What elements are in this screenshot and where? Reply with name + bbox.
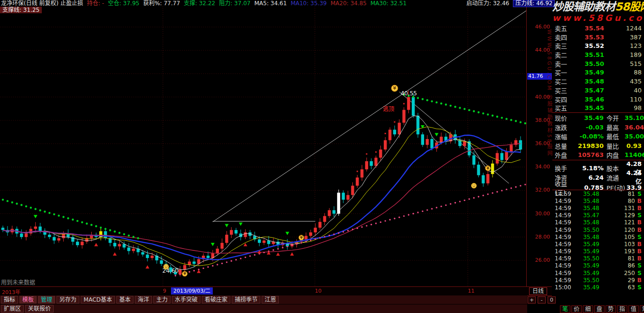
logo-url: www.58Gu.com	[552, 13, 644, 23]
svg-text:¥: ¥	[300, 236, 303, 240]
chart-header: 龙净环保(日线 前复权) 止盈止损持仓: -空仓: 37.95获利%: 77.7…	[1, 0, 559, 6]
panel-tab-价[interactable]: 价	[571, 305, 582, 313]
panel-tab-指[interactable]: 指	[617, 305, 627, 313]
tick-row: 14:5935.47129S	[552, 212, 644, 219]
toolbar-tab-5[interactable]: 基本	[116, 296, 133, 304]
header-item-11: 压力线: 46.92	[513, 0, 555, 7]
y-axis-label: 30.00	[535, 211, 550, 217]
panel-tab-细[interactable]: 细	[583, 305, 593, 313]
quote-row[interactable]: 卖二 35.51189	[552, 50, 644, 59]
header-item-10: 启动压力: 32.46	[466, 0, 509, 7]
info-row: 外盘105763内盘114067	[552, 150, 644, 160]
indicator-toolbar: 指标模板管理另存为MACD基本基本海洋主力水手突破看破庄家捕捞季节江恩	[0, 295, 527, 304]
header-item-7: MA10: 35.39	[291, 0, 327, 7]
tick-row: 14:5935.49103B	[552, 240, 644, 248]
tick-row: 14:5935.50120B	[552, 226, 644, 233]
header-item-4: 支撑: 32.22	[184, 0, 215, 7]
panel-tab-值[interactable]: 值	[628, 305, 639, 313]
toolbar-tab-4[interactable]: MACD基本	[81, 296, 115, 304]
selected-date-highlight: 2013/09/03/二	[171, 287, 213, 295]
quote-row[interactable]: 买五 35.4598	[552, 103, 644, 112]
quote-row[interactable]: 卖五 35.541244	[552, 24, 644, 33]
y-axis-label: 32.00	[535, 187, 550, 193]
period-daily-button[interactable]: 日线	[529, 287, 547, 295]
quote-panel-tabs: 笔价细盘势指值筹	[560, 305, 644, 313]
panel-tab-笔[interactable]: 笔	[560, 305, 570, 313]
quote-row[interactable]: 卖四 35.53387	[552, 33, 644, 42]
y-axis-label: 28.00	[535, 234, 550, 240]
x-axis-month-label: 9	[163, 288, 166, 294]
info-row: 涨幅-0.08%最低35.00	[552, 132, 644, 141]
panel-tab-势[interactable]: 势	[606, 305, 616, 313]
quote-panel: 炒股辅助教材58股网 www.58Gu.com 卖五 35.541244卖四 3…	[552, 0, 644, 313]
stock-info-grid: 现价35.49今开35.10涨跌-0.03最高36.04涨幅-0.08%最低35…	[552, 113, 644, 188]
toolbar-tab-9[interactable]: 看破庄家	[202, 296, 230, 304]
header-item-3: 获利%: 77.77	[143, 0, 180, 7]
quote-row[interactable]: 卖一 35.50515	[552, 59, 644, 68]
toolbar-tab-8[interactable]: 水手突破	[172, 296, 200, 304]
date-axis: 2013年 2013/09/03/二 日线 91011	[0, 286, 552, 296]
panel-tab-盘[interactable]: 盘	[594, 305, 605, 313]
tick-row: 14:5935.49193B	[552, 248, 644, 255]
zoom-button-0[interactable]: 0	[548, 296, 556, 304]
quote-row[interactable]: 买四 35.46110	[552, 95, 644, 104]
svg-text:¥: ¥	[183, 272, 186, 276]
info-row: 涨跌-0.03最高36.04	[552, 123, 644, 132]
level2-quote-list: 卖五 35.541244卖四 35.53387卖三 35.52123卖二 35.…	[552, 24, 644, 113]
future-data-warning: 用到未来数据	[1, 278, 35, 286]
logo-title: 炒股辅助教材58股网	[552, 0, 644, 13]
logo-watermark: 炒股辅助教材58股网 www.58Gu.com	[552, 0, 644, 23]
header-item-8: MA20: 34.85	[331, 0, 367, 7]
toolbar2-tab-0[interactable]: 扩展区	[1, 305, 24, 313]
toolbar-tab-7[interactable]: 主力	[153, 296, 170, 304]
tick-row: 15:0035.4963S	[552, 284, 644, 291]
support-line-label: 支撑线: 31.25	[0, 7, 42, 13]
toolbar-tab-2[interactable]: 管理	[38, 296, 55, 304]
svg-text:逃顶: 逃顶	[383, 106, 394, 112]
panel-tab-筹[interactable]: 筹	[640, 305, 644, 313]
y-axis-label: 34.00	[535, 164, 550, 170]
header-item-6: MA5: 34.61	[254, 0, 286, 7]
zoom-buttons: +-0	[528, 296, 556, 304]
quote-row[interactable]: 买二 35.48435	[552, 77, 644, 86]
svg-text:40.55: 40.55	[401, 90, 417, 97]
toolbar-tab-1[interactable]: 模板	[19, 296, 37, 304]
tick-row: 14:5935.4986S	[552, 262, 644, 269]
info-row: 换手5.18%股本4.28亿	[552, 160, 644, 170]
candlestick-chart-canvas[interactable]: ¥40.55逃顶24.60¥¥¥	[0, 0, 526, 286]
toolbar2-tab-1[interactable]: 关联报价	[25, 305, 54, 313]
zoom-button-+[interactable]: +	[528, 296, 536, 304]
quote-row[interactable]: 买一 35.4988	[552, 68, 644, 77]
toolbar-tab-6[interactable]: 海洋	[135, 296, 152, 304]
svg-text:¥: ¥	[486, 166, 489, 171]
toolbar-tab-11[interactable]: 江恩	[262, 296, 279, 304]
tick-row: 14:5935.4880B	[552, 197, 644, 204]
toolbar-tab-10[interactable]: 捕捞季节	[232, 296, 260, 304]
svg-text:¥: ¥	[393, 86, 397, 91]
header-item-0: 龙净环保(日线 前复权) 止盈止损	[1, 0, 83, 7]
toolbar-tab-3[interactable]: 另存为	[57, 296, 79, 304]
side-watermark: WWW.58GU.COM 炒股辅助教材58股网	[545, 29, 553, 157]
header-item-5: 阻力: 37.07	[219, 0, 250, 7]
tick-row: 14:5935.5029B	[552, 276, 644, 284]
tick-row: 14:5935.48131B	[552, 204, 644, 212]
quote-row[interactable]: 买三 35.4740	[552, 86, 644, 95]
info-row: 现价35.49今开35.10	[552, 113, 644, 123]
header-item-9: MA30: 32.51	[370, 0, 407, 7]
tick-row: 14:5935.49250S	[552, 269, 644, 276]
tick-row: 14:5935.48105S	[552, 233, 644, 240]
toolbar-tab-0[interactable]: 指标	[1, 296, 18, 304]
zoom-button--[interactable]: -	[538, 296, 546, 304]
tick-row: 14:5935.48121B	[552, 219, 644, 226]
stock-trading-app-window: ¥40.55逃顶24.60¥¥¥ 龙净环保(日线 前复权) 止盈止损持仓: -空…	[0, 0, 644, 313]
time-and-sales-list: 14:5935.4881S14:5935.4880B14:5935.48131B…	[552, 190, 644, 291]
year-label: 2013年	[2, 288, 20, 295]
header-item-1: 持仓: -	[87, 0, 104, 7]
x-axis-month-label: 10	[315, 288, 322, 294]
y-axis-label: 26.00	[535, 258, 550, 263]
secondary-toolbar: 扩展区关联报价	[0, 304, 527, 313]
info-row: 总量219830量比0.93	[552, 141, 644, 151]
x-axis-month-label: 11	[468, 288, 474, 294]
quote-row[interactable]: 卖三 35.52123	[552, 41, 644, 50]
header-item-2: 空仓: 37.95	[108, 0, 139, 7]
